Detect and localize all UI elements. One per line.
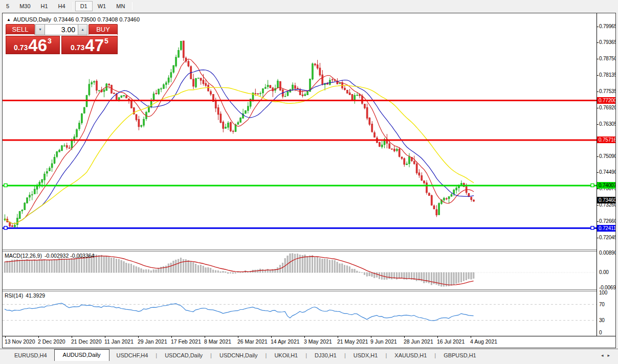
date-tick-label: 26 Mar 2021 bbox=[237, 338, 268, 345]
price-tick bbox=[597, 108, 599, 108]
date-tick-label: 11 Jan 2021 bbox=[104, 338, 134, 345]
sell-price-button[interactable]: 0.73 46 3 bbox=[6, 36, 60, 54]
date-tick-label: 2 Dec 2020 bbox=[38, 338, 65, 345]
chart-window: MACD(12,26,9) -0.002932 -0.003364 RSI(14… bbox=[2, 13, 616, 348]
chart-tab-gbpusd[interactable]: GBPUSD,H1 bbox=[436, 350, 483, 361]
chevron-down-icon: ▾ bbox=[39, 27, 41, 32]
date-tick bbox=[471, 336, 471, 338]
timeframe-button-d1[interactable]: D1 bbox=[75, 1, 93, 11]
chevron-up-icon: ▴ bbox=[81, 27, 83, 32]
lot-increase-button[interactable]: ▴ bbox=[78, 24, 87, 35]
timeframe-button-m30[interactable]: M30 bbox=[14, 1, 35, 11]
buy-price-base: 0.73 bbox=[71, 43, 84, 52]
date-tick bbox=[338, 336, 338, 338]
lot-size-input[interactable]: 3.00 bbox=[45, 24, 78, 35]
chart-tab-audusd[interactable]: AUDUSD,Daily bbox=[54, 349, 109, 361]
price-tick-label: 0.78750 bbox=[599, 56, 616, 61]
date-tick-label: 14 Apr 2021 bbox=[271, 338, 300, 345]
buy-price-button[interactable]: 0.73 47 5 bbox=[61, 36, 118, 54]
rsi-panel[interactable]: RSI(14) 41.3929 bbox=[3, 291, 597, 336]
price-level-label: 0.72411 bbox=[597, 225, 616, 232]
date-tick bbox=[238, 336, 238, 338]
price-axis[interactable]: 0.799650.793650.787500.781350.775350.769… bbox=[597, 13, 616, 336]
date-tick-label: 8 Mar 2021 bbox=[204, 338, 231, 345]
timeframe-button-h1[interactable]: H1 bbox=[36, 1, 53, 11]
timeframe-button-mn[interactable]: MN bbox=[111, 1, 130, 11]
rsi-chart[interactable] bbox=[3, 291, 597, 336]
price-tick bbox=[597, 124, 599, 125]
chart-tab-xauusd[interactable]: XAUUSD,H1 bbox=[387, 350, 434, 361]
chart-ohlc-values: 0.73446 0.73500 0.73408 0.73460 bbox=[54, 16, 140, 22]
chart-tab-usdcnh[interactable]: USDCNH,Daily bbox=[212, 350, 265, 361]
chart-tab-usdchf[interactable]: USDCHF,H4 bbox=[109, 350, 156, 361]
rsi-axis-label: 100 bbox=[599, 290, 607, 295]
macd-panel[interactable]: MACD(12,26,9) -0.002932 -0.003364 bbox=[3, 252, 597, 289]
price-tick bbox=[597, 75, 599, 76]
date-tick bbox=[171, 336, 172, 338]
price-tick-label: 0.79965 bbox=[599, 24, 616, 29]
price-tick bbox=[597, 42, 599, 43]
chart-tab-usdcad[interactable]: USDCAD,Daily bbox=[158, 350, 210, 361]
moving-averages bbox=[5, 59, 474, 223]
price-tick-label: 0.72045 bbox=[599, 235, 616, 240]
date-tick-label: 28 Jun 2021 bbox=[404, 338, 433, 345]
rsi-value: 41.3929 bbox=[26, 292, 45, 299]
date-tick-label: 21 May 2021 bbox=[337, 338, 368, 345]
macd-signal-line bbox=[5, 256, 474, 285]
buy-button[interactable]: BUY bbox=[89, 24, 118, 35]
tab-scroll-arrows[interactable]: ◂▸ bbox=[601, 353, 614, 358]
price-tick bbox=[597, 92, 599, 92]
price-level-label: 0.74007 bbox=[597, 182, 616, 189]
date-tick bbox=[72, 336, 72, 338]
price-tick bbox=[597, 172, 599, 173]
rsi-line bbox=[5, 303, 474, 321]
macd-name: MACD(12,26,9) bbox=[5, 253, 42, 259]
sell-price-base: 0.73 bbox=[14, 43, 28, 52]
chart-tab-eurusd[interactable]: EURUSD,H4 bbox=[7, 350, 54, 361]
toolbar-separator bbox=[132, 2, 133, 10]
price-level-label: 0.75716 bbox=[597, 136, 616, 143]
price-tick-label: 0.74490 bbox=[599, 169, 616, 175]
date-tick bbox=[304, 336, 305, 338]
rsi-axis-label: 30 bbox=[599, 317, 605, 323]
chart-tab-bar: EURUSD,H4AUDUSD,DailyUSDCHF,H4|USDCAD,Da… bbox=[0, 349, 618, 361]
date-tick bbox=[38, 336, 39, 338]
price-tick bbox=[597, 221, 599, 222]
chart-tab-usdx[interactable]: USDX,H1 bbox=[346, 350, 385, 361]
date-tick-label: 4 Aug 2021 bbox=[470, 338, 497, 345]
chart-tab-ukoil[interactable]: UKOil,H1 bbox=[267, 350, 305, 361]
date-tick bbox=[404, 336, 405, 338]
tab-scroll-left-icon[interactable]: ◂ bbox=[601, 353, 608, 358]
date-tick bbox=[138, 336, 139, 338]
date-axis[interactable]: 13 Nov 20202 Dec 202021 Dec 202011 Jan 2… bbox=[3, 336, 615, 348]
date-tick bbox=[271, 336, 272, 338]
chart-tab-dj30[interactable]: DJ30,H1 bbox=[307, 350, 344, 361]
sell-price-pip: 3 bbox=[48, 37, 52, 45]
timeframe-button-5[interactable]: 5 bbox=[1, 1, 14, 11]
sell-button[interactable]: SELL bbox=[6, 24, 35, 35]
timeframe-button-w1[interactable]: W1 bbox=[93, 1, 112, 11]
symbol-info-line: ▲ AUDUSD,Daily 0.73446 0.73500 0.73408 0… bbox=[7, 16, 140, 22]
price-tick bbox=[597, 238, 599, 238]
date-tick-label: 29 Jan 2021 bbox=[138, 338, 167, 345]
macd-axis-label: 0.008903 bbox=[599, 250, 616, 256]
lot-decrease-button[interactable]: ▾ bbox=[35, 24, 45, 35]
date-tick-label: 13 Nov 2020 bbox=[5, 338, 35, 345]
price-tick-label: 0.75090 bbox=[599, 153, 616, 159]
date-tick-label: 16 Jul 2021 bbox=[437, 338, 465, 345]
price-tick-label: 0.76305 bbox=[599, 121, 616, 127]
horizontal-line-0.72411[interactable] bbox=[3, 226, 597, 230]
sell-price-main: 46 bbox=[28, 38, 47, 53]
candles bbox=[4, 41, 475, 229]
price-tick bbox=[597, 156, 599, 157]
mt4-application: 5M30H1H4D1W1MN MACD(12,26,9) -0.002932 -… bbox=[0, 0, 618, 364]
horizontal-line-0.74007[interactable] bbox=[3, 184, 597, 187]
tab-scroll-right-icon[interactable]: ▸ bbox=[607, 353, 614, 358]
buy-price-pip: 5 bbox=[104, 37, 108, 45]
date-tick bbox=[5, 336, 6, 338]
timeframe-button-h4[interactable]: H4 bbox=[53, 1, 71, 11]
collapse-icon[interactable]: ▲ bbox=[7, 17, 11, 22]
price-tick bbox=[597, 59, 599, 59]
date-tick-label: 3 May 2021 bbox=[304, 338, 332, 345]
macd-label: MACD(12,26,9) -0.002932 -0.003364 bbox=[5, 253, 94, 259]
